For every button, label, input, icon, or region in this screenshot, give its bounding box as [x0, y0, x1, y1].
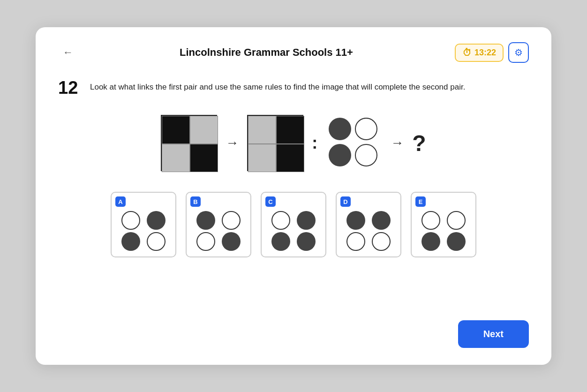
- question-mark: ?: [412, 130, 426, 156]
- arrow-1: →: [226, 136, 239, 151]
- circle-2: [355, 118, 377, 140]
- option-b-circles: [190, 209, 247, 253]
- question-number: 12: [58, 78, 81, 98]
- option-b-label: B: [190, 196, 201, 207]
- cell-2-2: [276, 116, 304, 144]
- cell-1-4: [190, 144, 218, 172]
- option-d-circles: [340, 209, 397, 253]
- puzzle-grid-1: [161, 115, 217, 171]
- page-title: Lincolnshire Grammar Schools 11+: [78, 46, 455, 59]
- option-a-label: A: [115, 196, 126, 207]
- cell-1-1: [162, 116, 190, 144]
- circle-3: [329, 144, 351, 166]
- timer-icon: ⏱: [462, 47, 472, 58]
- back-button[interactable]: ←: [58, 45, 78, 60]
- options-row: A B C: [58, 192, 529, 257]
- cell-1-3: [162, 144, 190, 172]
- next-button[interactable]: Next: [458, 320, 529, 348]
- cell-2-3: [248, 144, 276, 172]
- option-a[interactable]: A: [111, 192, 176, 257]
- option-e-circles: [415, 209, 472, 253]
- cell-2-4: [276, 144, 304, 172]
- question-text: Look at what links the first pair and us…: [90, 78, 465, 93]
- timer-value: 13:22: [474, 48, 496, 58]
- option-d-label: D: [340, 196, 351, 207]
- header-right: ⏱ 13:22 ⚙: [455, 42, 529, 63]
- cell-2-1: [248, 116, 276, 144]
- puzzle-grid-2: [247, 115, 303, 171]
- arrow-2: →: [391, 136, 404, 151]
- circle-4: [355, 144, 377, 166]
- header: ← Lincolnshire Grammar Schools 11+ ⏱ 13:…: [58, 42, 529, 63]
- option-a-circles: [115, 209, 172, 253]
- settings-button[interactable]: ⚙: [508, 42, 529, 63]
- puzzle-circles: [326, 115, 382, 171]
- option-b[interactable]: B: [186, 192, 251, 257]
- option-e[interactable]: E: [411, 192, 476, 257]
- timer-badge: ⏱ 13:22: [455, 44, 504, 62]
- puzzle-area: → : → ?: [58, 115, 529, 171]
- option-c-label: C: [265, 196, 276, 207]
- option-c-circles: [265, 209, 322, 253]
- option-d[interactable]: D: [336, 192, 401, 257]
- option-e-label: E: [415, 196, 426, 207]
- circle-1: [329, 118, 351, 140]
- question-area: 12 Look at what links the first pair and…: [58, 78, 529, 98]
- cell-1-2: [190, 116, 218, 144]
- quiz-card: ← Lincolnshire Grammar Schools 11+ ⏱ 13:…: [36, 27, 551, 365]
- option-c[interactable]: C: [261, 192, 326, 257]
- colon: :: [312, 133, 317, 153]
